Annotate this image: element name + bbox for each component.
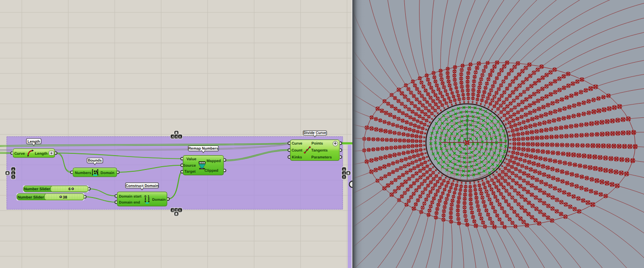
- svg-text:Mapped: Mapped: [207, 159, 221, 163]
- svg-text:Length: Length: [28, 140, 40, 144]
- svg-text:Bounds: Bounds: [88, 158, 102, 163]
- svg-text:Remap Numbers: Remap Numbers: [188, 146, 218, 151]
- svg-text:Number Slider: Number Slider: [24, 186, 51, 191]
- svg-text:6: 6: [69, 186, 71, 191]
- svg-text:Domain: Domain: [100, 171, 114, 175]
- svg-text:Domain start: Domain start: [119, 194, 142, 198]
- svg-text:Divide Curve: Divide Curve: [304, 131, 326, 135]
- svg-text:Target: Target: [184, 169, 196, 174]
- svg-text:38: 38: [63, 195, 68, 199]
- svg-text:Numbers: Numbers: [75, 171, 92, 175]
- svg-text:Construct Domain: Construct Domain: [126, 184, 158, 188]
- svg-text:Length: Length: [35, 151, 47, 156]
- svg-text:Number Slider: Number Slider: [17, 195, 44, 199]
- svg-text:Value: Value: [186, 157, 196, 161]
- svg-text:Curve: Curve: [14, 151, 25, 156]
- svg-text:Curve: Curve: [292, 141, 303, 146]
- svg-text:Source: Source: [183, 163, 196, 168]
- svg-text:Domain end: Domain end: [119, 200, 140, 204]
- svg-text:Clipped: Clipped: [204, 169, 218, 173]
- svg-text:Parameters: Parameters: [311, 155, 332, 159]
- svg-text:Tangents: Tangents: [311, 148, 328, 152]
- svg-text:Kinks: Kinks: [292, 155, 302, 159]
- svg-text:Count: Count: [292, 148, 303, 152]
- svg-text:Points: Points: [311, 141, 323, 146]
- svg-text:Domain: Domain: [152, 198, 166, 202]
